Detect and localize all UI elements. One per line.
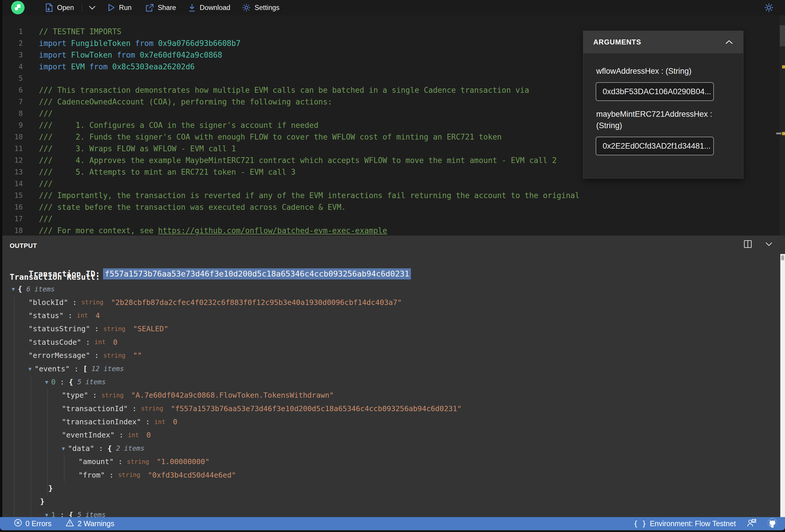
toolbar-divider [82, 3, 82, 12]
json-type-label: string [141, 405, 167, 412]
download-label: Download [200, 4, 230, 12]
code-token: import [39, 62, 71, 71]
json-close-brace: } [48, 484, 53, 492]
json-type-label: int [77, 312, 92, 319]
json-row: "errorMessage" : string "" [0, 349, 779, 362]
argument-input[interactable]: 0x2E2Ed0Cfd3AD2f1d34481... [596, 137, 714, 155]
json-open-brace: { [69, 511, 73, 517]
download-icon [188, 3, 196, 12]
indent-guide [47, 442, 48, 455]
code-line: 14/// [0, 178, 779, 189]
github-link[interactable] [767, 518, 777, 530]
json-row: "amount" : string "1.00000000" [0, 455, 779, 468]
editor-scrollbar-thumb[interactable] [780, 25, 785, 46]
line-number: 7 [0, 96, 23, 108]
environment-status[interactable]: { } Environment: Flow Testnet [634, 520, 736, 528]
json-type-label: int [128, 432, 143, 439]
editor-overview-ruler[interactable] [780, 15, 785, 235]
line-number: 11 [0, 143, 23, 154]
json-items-count: 5 items [77, 511, 106, 517]
expander-triangle-icon[interactable]: ▼ [62, 446, 65, 452]
json-colon: : [68, 298, 81, 307]
indent-guide [31, 415, 31, 428]
errors-status[interactable]: 0 Errors [14, 519, 52, 529]
status-bar: 0 Errors 2 Warnings { } Environment: Flo… [0, 517, 785, 530]
open-dropdown-chevron[interactable] [88, 5, 96, 10]
argument-label: maybeMintERC721AddressHex : (String) [596, 108, 731, 131]
flow-logo[interactable] [11, 1, 25, 14]
code-token: 0x8c5303eaa26202d6 [112, 62, 195, 71]
expander-triangle-icon[interactable]: ▼ [45, 512, 48, 517]
json-row: "statusString" : string "SEALED" [0, 322, 779, 335]
line-number: 17 [0, 213, 23, 225]
json-value: 4 [95, 311, 100, 320]
json-row: ▼1 : {5 items [0, 508, 779, 517]
split-view-icon[interactable] [743, 240, 752, 249]
feedback-button[interactable] [747, 519, 756, 529]
json-type-label: string [81, 299, 107, 306]
expander-triangle-icon[interactable]: ▼ [28, 366, 32, 372]
line-number: 5 [0, 73, 23, 84]
sun-icon [764, 8, 773, 13]
json-row: ▼"data" : {2 items [0, 442, 779, 455]
theme-toggle-button[interactable] [764, 3, 773, 13]
feedback-person-icon [747, 519, 756, 529]
collapse-output-chevron-icon[interactable] [765, 242, 773, 246]
indent-guide [31, 468, 31, 481]
json-colon: : [115, 431, 128, 439]
json-key: "eventIndex" [62, 431, 115, 439]
warnings-status[interactable]: 2 Warnings [66, 519, 115, 529]
expander-triangle-icon[interactable]: ▼ [12, 286, 15, 292]
json-colon: : [64, 311, 77, 320]
json-items-count: 12 items [91, 365, 124, 373]
code-token: EVM [71, 62, 90, 71]
json-open-brace: { [107, 444, 112, 453]
indent-guide [47, 415, 48, 428]
indent-guide [31, 455, 31, 468]
line-number: 8 [0, 108, 23, 119]
github-icon [767, 518, 777, 530]
json-row: "type" : string "A.7e60df042a9c0868.Flow… [0, 388, 779, 402]
arguments-panel-header[interactable]: ARGUMENTS [583, 31, 743, 53]
indent-guide [47, 455, 48, 468]
line-number: 1 [0, 26, 23, 37]
argument-input[interactable]: 0xd3bF53DAC106A0290B04... [596, 82, 714, 101]
cursor-marker [776, 132, 782, 134]
indent-guide [31, 508, 31, 517]
expander-triangle-icon[interactable]: ▼ [45, 379, 48, 385]
download-button[interactable]: Download [188, 3, 230, 12]
output-scrollbar-thumb[interactable] [781, 255, 784, 260]
json-key: "type" [62, 391, 88, 400]
run-button[interactable]: Run [108, 3, 132, 12]
settings-label: Settings [255, 4, 280, 12]
json-key: "from" [78, 471, 105, 479]
json-tree: ▼{6 items"blockId" : string "2b28cbfb87d… [0, 282, 779, 517]
settings-button[interactable]: Settings [242, 3, 280, 12]
json-key: "transactionId" [62, 404, 128, 413]
indent-guide [31, 402, 31, 415]
json-colon: : [56, 378, 69, 386]
json-type-label: string [118, 472, 144, 478]
indent-guide [31, 482, 31, 495]
json-key: "events" [34, 364, 70, 373]
json-row: "status" : int 4 [0, 309, 779, 322]
open-button[interactable]: Open [45, 3, 74, 12]
chevron-up-icon[interactable] [725, 38, 733, 46]
code-line: 15/// Importantly, the transaction is re… [0, 189, 779, 201]
code-token: from [117, 51, 140, 59]
json-open-brace: [ [83, 364, 87, 373]
indent-guide [47, 388, 48, 402]
code-link[interactable]: https://github.com/onflow/batched-evm-ex… [158, 226, 387, 235]
share-button[interactable]: Share [145, 3, 176, 12]
top-toolbar: Open Run Share [0, 0, 785, 15]
transaction-id-value[interactable]: f557a1573b76aa53e73d46f3e10d200d5c18a653… [103, 268, 411, 279]
json-key: 0 [51, 378, 56, 386]
indent-guide [64, 468, 65, 481]
output-scrollbar[interactable] [780, 254, 785, 517]
output-title: OUTPUT [10, 242, 37, 250]
json-type-label: string [103, 352, 129, 359]
warning-triangle-icon [66, 519, 74, 529]
json-colon: : [94, 444, 107, 453]
json-value: 0 [113, 338, 117, 347]
json-key: "transactionIndex" [62, 417, 141, 426]
